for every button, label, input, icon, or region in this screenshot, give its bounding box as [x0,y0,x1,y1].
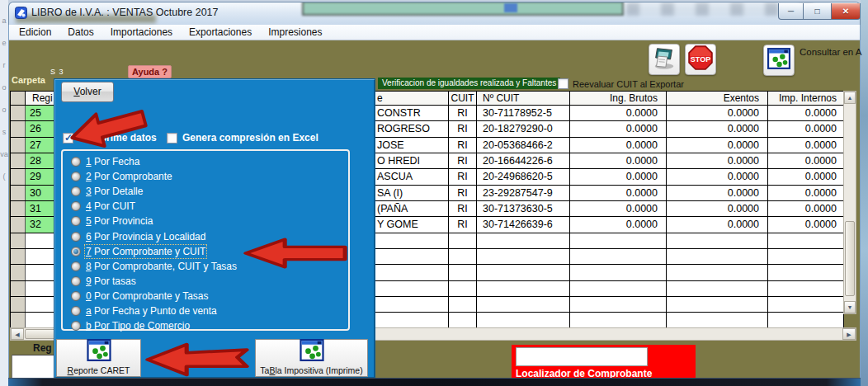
report-option-label: 7 Por Comprobante y CUIT [86,246,205,257]
reg-input[interactable] [12,355,54,379]
menubar: EdicionDatosImportacionesExportacionesIm… [9,25,860,40]
report-option[interactable]: 2 Por Comprobante [63,169,348,184]
cell-exentos: 0.0000 [667,121,768,136]
background-window-fragment-right [861,0,868,386]
cell-cuit-cond: RI [449,121,477,136]
report-option[interactable]: 9 Por tasas [63,274,348,289]
minimize-button[interactable]: ─ [778,3,804,20]
options-dialog: Volver Comprime datos Genera compresión … [54,78,375,379]
col-header-cuit-cond[interactable]: CUIT [449,91,477,106]
cell-imp-internos: 0.0000 [768,106,844,120]
cell-cuit-cond [449,313,477,327]
stop-button[interactable]: STOP [685,44,716,75]
scroll-up-button[interactable] [844,92,856,104]
radio-icon [71,186,81,196]
comprime-checkbox[interactable] [63,133,73,144]
cell-cuit-cond: RI [449,186,477,200]
report-option[interactable]: a Por Fecha y Punto de venta [63,304,348,318]
cell-imp-internos: 0.0000 [768,217,844,232]
row-selector-cell [11,297,26,312]
col-header-exentos[interactable]: Exentos [667,91,768,106]
cell-nro-cuit: 20-24968620-5 [477,169,570,184]
report-option[interactable]: 0 Por Comprobante y Tasas [63,289,348,304]
row-selector-cell [11,217,26,232]
col-header-ing-brutos[interactable]: Ing. Brutos [570,91,667,106]
close-button[interactable]: ✕ [831,3,861,20]
report-option-label: b Por Tipo de Comercio [86,320,190,332]
cell-imp-internos [768,265,844,280]
excel-label: Genera compresión en Excel [182,132,318,144]
radio-icon [71,216,81,226]
row-selector-cell [11,201,26,216]
reg-label: Reg [33,342,52,354]
cell-nro-cuit: 30-71373630-5 [477,201,570,216]
export-print-button[interactable] [649,44,680,75]
cell-nro-cuit: 20-16644226-6 [477,153,570,168]
window-green-dots-icon [87,339,111,365]
cell-cuit-cond [449,281,477,296]
cell-exentos [667,233,768,248]
cell-nro-cuit: 30-71426639-6 [477,217,570,232]
cell-nro-cuit [477,281,570,296]
cell-cuit-cond [449,297,477,312]
window-green-dots-icon [767,48,790,73]
col-header-imp-internos[interactable]: Imp. Internos [768,91,844,106]
cell-imp-internos [768,281,844,296]
menu-item[interactable]: Importaciones [102,25,181,40]
reevaluar-label: Reevaluar CUIT al Exportar [573,79,684,89]
cell-ing-brutos [570,281,667,296]
cell-imp-internos: 0.0000 [768,201,844,216]
svg-text:STOP: STOP [691,55,710,64]
menu-item[interactable]: Impresiones [260,25,330,40]
excel-checkbox[interactable] [167,133,177,144]
menu-item[interactable]: Datos [59,25,101,40]
cell-imp-internos: 0.0000 [768,121,844,136]
menu-item[interactable]: Edicion [11,25,59,40]
report-option[interactable]: 6 Por Provincia y Localidad [63,228,348,243]
cell-imp-internos: 0.0000 [768,186,844,200]
report-option-label: 2 Por Comprobante [86,171,172,182]
report-option[interactable]: 5 Por Provincia [63,214,348,228]
cell-exentos: 0.0000 [667,106,768,120]
cell-cuit-cond: RI [449,201,477,216]
volver-button[interactable]: Volver [61,82,114,102]
window-border [860,23,861,379]
report-option[interactable]: b Por Tipo de Comercio [63,318,348,333]
tabla-impositiva-button[interactable]: TaBla Impositiva (Imprime) [255,339,368,377]
scroll-down-button[interactable] [844,301,856,313]
row-selector-cell [11,233,26,248]
vertical-scrollbar[interactable] [843,91,856,314]
report-option[interactable]: 3 Por Detalle [63,184,348,199]
report-option[interactable]: 7 Por Comprobante y CUIT [63,244,348,259]
vertical-scroll-thumb[interactable] [845,221,855,296]
menu-item[interactable]: Exportaciones [181,25,260,40]
radio-icon [71,306,81,316]
horizontal-scroll-thumb[interactable] [25,329,58,339]
row-selector-cell [11,106,26,120]
localizador-input[interactable] [516,347,648,366]
cell-cuit-cond: RI [449,106,477,120]
report-option[interactable]: 4 Por CUIT [63,199,348,214]
s3-label: S 3 [50,68,64,76]
row-selector-cell [11,121,26,136]
glass-background-blob [302,2,624,16]
reevaluar-checkbox[interactable] [558,78,568,89]
cell-imp-internos [768,297,844,312]
row-selector-cell [11,281,26,296]
scroll-right-button[interactable] [842,328,856,340]
reporte-caret-button[interactable]: Reporte CARET [56,339,141,377]
cell-ing-brutos: 0.0000 [570,186,667,200]
cell-exentos: 0.0000 [667,153,768,168]
consult-grid-button[interactable] [763,45,795,76]
cell-cuit-cond [449,265,477,280]
radio-icon [71,201,81,211]
col-header-selector [11,91,26,106]
report-option[interactable]: 8 Por Comprobante, CUIT y Tasas [63,259,348,274]
report-option[interactable]: 1 Por Fecha [63,154,348,169]
ayuda-button[interactable]: Ayuda ? [128,65,172,78]
col-header-nro-cuit[interactable]: Nº CUIT [477,91,570,106]
report-option-label: 9 Por tasas [86,275,136,287]
maximize-button[interactable]: □ [804,3,831,20]
scroll-left-button[interactable] [11,328,24,340]
row-selector-cell [11,138,26,153]
